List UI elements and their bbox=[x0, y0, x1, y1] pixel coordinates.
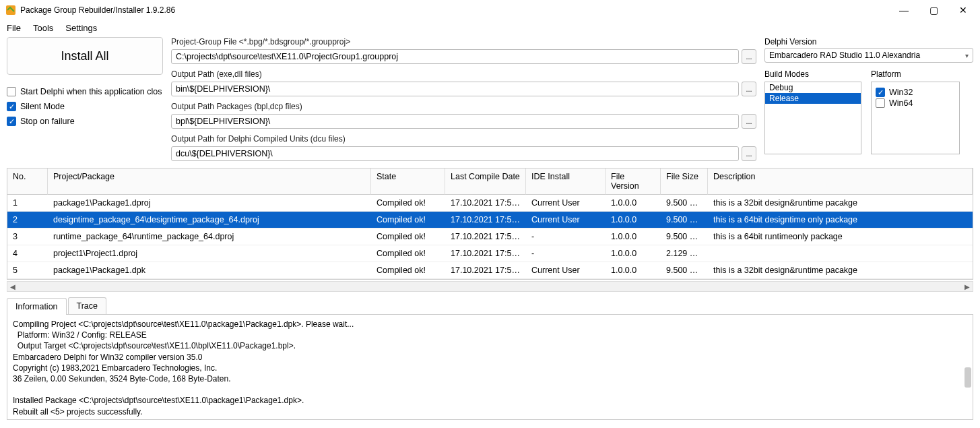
silent-mode-checkbox[interactable]: ✓Silent Mode bbox=[7, 102, 163, 111]
col-size[interactable]: File Size bbox=[661, 169, 708, 195]
build-modes-label: Build Modes bbox=[764, 69, 861, 79]
cell-ide: - bbox=[526, 228, 606, 245]
cell-size: 9.500 KByte bbox=[661, 212, 708, 228]
scroll-right-icon[interactable]: ▶ bbox=[965, 283, 970, 291]
cell-desc: this is a 64bit runtimeonly package bbox=[708, 228, 973, 245]
output-dcu-label: Output Path for Delphi Compiled Units (d… bbox=[171, 134, 756, 144]
minimize-button[interactable]: — bbox=[895, 5, 913, 16]
build-mode-release[interactable]: Release bbox=[765, 93, 861, 104]
tab-information[interactable]: Information bbox=[7, 298, 67, 315]
table-row[interactable]: 2designtime_package_64\designtime_packag… bbox=[7, 212, 973, 228]
cell-last: 17.10.2021 17:52:46 bbox=[445, 262, 526, 279]
menu-bar: File Tools Settings bbox=[0, 20, 980, 37]
table-row[interactable]: 3runtime_package_64\runtime_package_64.d… bbox=[7, 228, 973, 245]
cell-ver: 1.0.0.0 bbox=[606, 195, 661, 212]
log-output[interactable]: Compiling Project <C:\projects\dpt\sourc… bbox=[7, 315, 973, 420]
delphi-version-label: Delphi Version bbox=[764, 37, 973, 47]
project-group-input[interactable]: C:\projects\dpt\source\test\XE11.0\Proje… bbox=[171, 49, 739, 64]
horizontal-scrollbar[interactable]: ◀▶ bbox=[7, 281, 973, 292]
menu-tools[interactable]: Tools bbox=[33, 23, 53, 33]
checkbox-icon bbox=[7, 87, 16, 96]
browse-pkg-button[interactable]: ... bbox=[742, 114, 756, 129]
cell-ide: Current User bbox=[526, 195, 606, 212]
cell-no: 1 bbox=[7, 195, 48, 212]
packages-table: No. Project/Package State Last Compile D… bbox=[7, 168, 973, 280]
build-mode-debug[interactable]: Debug bbox=[765, 82, 861, 93]
stop-on-failure-checkbox[interactable]: ✓Stop on failure bbox=[7, 117, 163, 126]
cell-size: 9.500 KByte bbox=[661, 262, 708, 279]
cell-desc bbox=[708, 245, 973, 262]
platform-win64-label: Win64 bbox=[889, 98, 913, 108]
browse-project-button[interactable]: ... bbox=[742, 49, 756, 64]
cell-size: 9.500 KByte bbox=[661, 228, 708, 245]
checkbox-icon: ✓ bbox=[876, 88, 885, 97]
output-exe-input[interactable]: bin\${DELPHIVERSION}\ bbox=[171, 82, 739, 96]
platform-box: ✓Win32 Win64 bbox=[871, 82, 960, 154]
build-modes-list[interactable]: Debug Release bbox=[764, 82, 861, 154]
col-no[interactable]: No. bbox=[7, 169, 48, 195]
cell-state: Compiled ok! bbox=[371, 228, 445, 245]
silent-mode-label: Silent Mode bbox=[20, 102, 65, 111]
delphi-version-combo[interactable]: Embarcadero RAD Studio 11.0 Alexandria ▾ bbox=[764, 48, 973, 63]
tab-trace[interactable]: Trace bbox=[68, 297, 107, 314]
cell-no: 4 bbox=[7, 245, 48, 262]
col-ver[interactable]: File Version bbox=[606, 169, 661, 195]
cell-last: 17.10.2021 17:52:45 bbox=[445, 195, 526, 212]
app-icon bbox=[5, 5, 16, 16]
cell-no: 5 bbox=[7, 262, 48, 279]
cell-no: 3 bbox=[7, 228, 48, 245]
checkbox-icon bbox=[876, 98, 885, 108]
browse-dcu-button[interactable]: ... bbox=[742, 146, 756, 161]
checkbox-icon: ✓ bbox=[7, 117, 16, 126]
cell-ver: 1.0.0.0 bbox=[606, 212, 661, 228]
project-group-label: Project-Group File <*.bpg/*.bdsgroup/*.g… bbox=[171, 37, 756, 47]
col-project[interactable]: Project/Package bbox=[48, 169, 371, 195]
col-last[interactable]: Last Compile Date bbox=[445, 169, 526, 195]
start-delphi-label: Start Delphi when this application clos bbox=[20, 87, 162, 96]
output-pkg-label: Output Path Packages (bpl,dcp files) bbox=[171, 102, 756, 111]
close-button[interactable]: ✕ bbox=[954, 5, 972, 16]
platform-win32-label: Win32 bbox=[889, 88, 913, 97]
cell-project: runtime_package_64\runtime_package_64.dp… bbox=[48, 228, 371, 245]
table-header: No. Project/Package State Last Compile D… bbox=[7, 169, 973, 195]
table-row[interactable]: 1package1\Package1.dprojCompiled ok!17.1… bbox=[7, 195, 973, 212]
scroll-left-icon[interactable]: ◀ bbox=[10, 283, 15, 291]
col-ide[interactable]: IDE Install bbox=[526, 169, 606, 195]
menu-settings[interactable]: Settings bbox=[65, 23, 97, 33]
cell-size: 2.129 MByte bbox=[661, 245, 708, 262]
cell-last: 17.10.2021 17:52:46 bbox=[445, 228, 526, 245]
cell-desc: this is a 64bit designtime only package bbox=[708, 212, 973, 228]
chevron-down-icon: ▾ bbox=[965, 52, 969, 59]
cell-ide: Current User bbox=[526, 262, 606, 279]
cell-no: 2 bbox=[7, 212, 48, 228]
browse-exe-button[interactable]: ... bbox=[742, 82, 756, 96]
platform-win64-checkbox[interactable]: Win64 bbox=[876, 98, 955, 108]
install-all-button[interactable]: Install All bbox=[7, 37, 163, 75]
start-delphi-checkbox[interactable]: Start Delphi when this application clos bbox=[7, 87, 163, 96]
cell-desc: this is a 32bit design&runtime pacakge bbox=[708, 195, 973, 212]
cell-ide: - bbox=[526, 245, 606, 262]
cell-project: package1\Package1.dproj bbox=[48, 195, 371, 212]
cell-ide: Current User bbox=[526, 212, 606, 228]
menu-file[interactable]: File bbox=[7, 23, 21, 33]
cell-size: 9.500 KByte bbox=[661, 195, 708, 212]
cell-project: project1\Project1.dproj bbox=[48, 245, 371, 262]
output-dcu-input[interactable]: dcu\${DELPHIVERSION}\ bbox=[171, 146, 739, 161]
output-exe-label: Output Path (exe,dll files) bbox=[171, 69, 756, 79]
cell-ver: 1.0.0.0 bbox=[606, 262, 661, 279]
window-title: Package Group Rebuilder/Installer 1.9.2.… bbox=[20, 5, 895, 15]
vertical-scrollbar[interactable] bbox=[965, 367, 971, 388]
cell-ver: 1.0.0.0 bbox=[606, 228, 661, 245]
col-desc[interactable]: Description bbox=[708, 169, 973, 195]
cell-project: package1\Package1.dpk bbox=[48, 262, 371, 279]
delphi-version-value: Embarcadero RAD Studio 11.0 Alexandria bbox=[769, 51, 920, 60]
cell-desc: this is a 32bit design&runtime pacakge bbox=[708, 262, 973, 279]
table-row[interactable]: 5package1\Package1.dpkCompiled ok!17.10.… bbox=[7, 262, 973, 279]
cell-state: Compiled ok! bbox=[371, 195, 445, 212]
maximize-button[interactable]: ▢ bbox=[925, 5, 942, 16]
platform-win32-checkbox[interactable]: ✓Win32 bbox=[876, 88, 955, 97]
col-state[interactable]: State bbox=[371, 169, 445, 195]
table-row[interactable]: 4project1\Project1.dprojCompiled ok!17.1… bbox=[7, 245, 973, 262]
output-pkg-input[interactable]: bpl\${DELPHIVERSION}\ bbox=[171, 114, 739, 129]
cell-last: 17.10.2021 17:52:45 bbox=[445, 212, 526, 228]
